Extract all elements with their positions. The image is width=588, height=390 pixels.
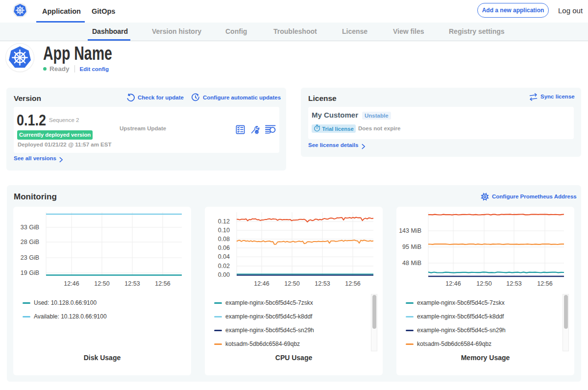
svg-text:33 GiB: 33 GiB <box>21 224 39 231</box>
svg-text:12:50: 12:50 <box>284 280 299 287</box>
svg-text:12:56: 12:56 <box>345 280 360 287</box>
svg-text:12:53: 12:53 <box>506 280 521 287</box>
svg-text:0.12: 0.12 <box>218 218 230 225</box>
svg-text:0.08: 0.08 <box>218 236 230 243</box>
svg-text:12:53: 12:53 <box>124 280 140 287</box>
svg-text:48 MiB: 48 MiB <box>402 260 421 267</box>
svg-text:12:46: 12:46 <box>64 280 79 287</box>
svg-text:12:53: 12:53 <box>315 280 330 287</box>
svg-text:12:56: 12:56 <box>537 280 552 287</box>
svg-text:12:56: 12:56 <box>155 280 170 287</box>
svg-text:12:50: 12:50 <box>476 280 491 287</box>
svg-text:12:46: 12:46 <box>254 280 269 287</box>
svg-text:0.00: 0.00 <box>218 271 230 278</box>
svg-text:0.04: 0.04 <box>218 253 230 260</box>
svg-text:0.06: 0.06 <box>218 244 230 251</box>
svg-text:12:50: 12:50 <box>94 280 109 287</box>
svg-text:95 MiB: 95 MiB <box>402 244 421 250</box>
svg-text:19 GiB: 19 GiB <box>21 269 39 276</box>
svg-text:0.02: 0.02 <box>218 263 230 269</box>
svg-text:23 GiB: 23 GiB <box>21 254 39 261</box>
svg-text:12:46: 12:46 <box>445 280 461 287</box>
svg-text:0.10: 0.10 <box>218 227 230 234</box>
svg-text:143 MiB: 143 MiB <box>399 227 421 234</box>
svg-text:28 GiB: 28 GiB <box>21 239 39 245</box>
